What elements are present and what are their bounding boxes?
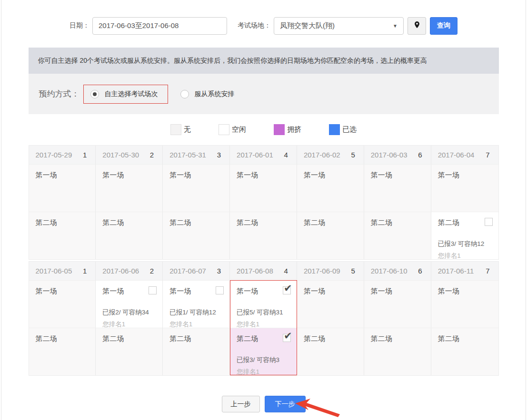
day-of-week-number: 1 [83,267,87,275]
venue-select[interactable]: 凤翔交警大队(翔) ▼ [274,17,404,35]
date-range-input[interactable] [92,17,227,35]
session-name: 第一场 [438,171,459,179]
day-date: 2017-06-11 [438,267,474,275]
legend-label: 拥挤 [287,125,301,134]
capacity-text: 已报3/ 可容纳12 [438,240,493,248]
session-cell: 第一场 [29,280,96,328]
session-name: 第一场 [438,287,459,295]
session-name: 第一场 [237,171,258,179]
session-cell[interactable]: 第一场已报5/ 可容纳31您排名1 [230,280,297,328]
session-cell: 第二场 [230,212,297,259]
session-checkbox[interactable] [149,286,157,294]
session-checkbox[interactable] [216,286,224,294]
capacity-text: 已报5/ 可容纳31 [237,308,291,317]
day-date: 2017-06-04 [438,151,475,159]
session-name: 第一场 [371,171,392,179]
day-header: 2017-06-095 [297,262,364,280]
legend-label: 空闲 [232,125,246,134]
session-cell: 第一场 [364,280,431,328]
session-cell: 第二场 [163,328,230,375]
day-date: 2017-06-05 [36,267,72,275]
venue-selected-value: 凤翔交警大队(翔) [280,21,335,30]
day-header: 2017-06-084 [230,262,297,280]
day-of-week-number: 3 [217,267,221,275]
session-cell: 第一场 [163,164,230,212]
location-button[interactable] [408,17,426,35]
notice-bar: 你可自主选择 20个考试场次或服从系统安排。服从系统安排后，我们会按照你选择的日… [29,48,499,74]
exam-booking-page: 日期： 考试场地： 凤翔交警大队(翔) ▼ 查询 你可自主选择 20个考试场次或… [1,0,526,420]
session-checkbox-checked[interactable] [283,286,291,294]
session-checkbox[interactable] [485,218,493,226]
radio-option-system-assign[interactable]: 服从系统安排 [174,85,241,103]
session-name: 第二场 [102,218,124,226]
session-cell: 第一场 [96,164,163,212]
session-name: 第二场 [371,218,392,226]
day-date: 2017-06-08 [237,267,273,275]
day-header: 2017-06-117 [431,262,498,280]
session-name: 第二场 [169,218,191,226]
day-date: 2017-06-02 [304,151,340,159]
session-cell: 第一场 [29,164,96,212]
day-of-week-number: 6 [418,151,422,159]
session-cell: 第二场 [297,328,364,375]
day-header: 2017-05-302 [96,146,163,164]
session-cell[interactable]: 第一场已报2/ 可容纳34您排名1 [96,280,163,328]
legend-swatch-crowded [274,124,285,135]
session-name: 第一场 [169,287,191,295]
session-cell[interactable]: 第一场已报1/ 可容纳12您排名1 [163,280,230,328]
session-name: 第二场 [36,218,57,226]
session-name: 第一场 [237,287,258,295]
day-date: 2017-06-01 [237,151,273,159]
session-cell[interactable]: 第二场已报3/ 可容纳3您排名1 [230,328,297,375]
legend-swatch-free [219,124,229,135]
next-step-button[interactable]: 下一步 [265,396,306,412]
session-name: 第一场 [304,287,325,295]
day-header: 2017-06-014 [230,146,297,164]
legend: 无 空闲 拥挤 已选 [29,114,499,145]
chevron-down-icon: ▼ [393,23,398,29]
session-cell: 第一场 [431,280,498,328]
session-name: 第二场 [36,334,57,342]
session-name: 第二场 [304,334,325,342]
day-of-week-number: 4 [284,267,288,275]
session-cell: 第二场 [364,212,431,259]
radio-unselected-icon[interactable] [180,90,189,98]
day-of-week-number: 2 [150,151,154,159]
legend-item-selected: 已选 [329,124,357,135]
booking-method-label: 预约方式： [39,88,80,99]
week-2-table: 2017-06-0512017-06-0622017-06-0732017-06… [29,261,499,376]
day-date: 2017-06-06 [102,267,139,275]
day-header: 2017-06-025 [297,146,364,164]
session-name: 第一场 [102,287,124,295]
day-of-week-number: 2 [150,267,154,275]
session-name: 第二场 [438,334,459,342]
session-cell: 第二场 [364,328,431,375]
session-cell[interactable]: 第二场已报3/ 可容纳12您排名1 [431,212,498,259]
query-button[interactable]: 查询 [430,17,457,35]
session-cell: 第一场 [364,164,431,212]
session-name: 第一场 [36,171,57,179]
day-date: 2017-06-10 [371,267,408,275]
capacity-text: 已报3/ 可容纳3 [237,356,291,364]
day-date: 2017-06-03 [371,151,408,159]
footer-actions: 上一步 下一步 [29,396,499,420]
session-calendar: 2017-05-2912017-05-3022017-05-3132017-06… [29,145,499,376]
previous-step-button[interactable]: 上一步 [222,396,260,412]
session-checkbox-checked[interactable] [283,334,291,342]
session-name: 第二场 [237,218,258,226]
rank-text: 您排名1 [438,252,493,260]
session-cell: 第二场 [431,328,498,375]
search-form: 日期： 考试场地： 凤翔交警大队(翔) ▼ 查询 [1,17,526,35]
main-content: 你可自主选择 20个考试场次或服从系统安排。服从系统安排后，我们会按照你选择的日… [29,48,499,420]
legend-label: 已选 [342,125,357,134]
session-name: 第一场 [304,171,325,179]
radio-option-self-select[interactable]: 自主选择考试场次 [83,85,168,104]
session-name: 第二场 [438,218,459,226]
day-date: 2017-05-31 [169,151,206,159]
day-header: 2017-06-051 [29,262,96,280]
radio-selected-icon[interactable] [90,90,99,98]
date-label: 日期： [70,21,89,30]
legend-item-free: 空闲 [219,124,246,135]
session-cell: 第二场 [29,328,96,375]
legend-label: 无 [184,125,191,134]
